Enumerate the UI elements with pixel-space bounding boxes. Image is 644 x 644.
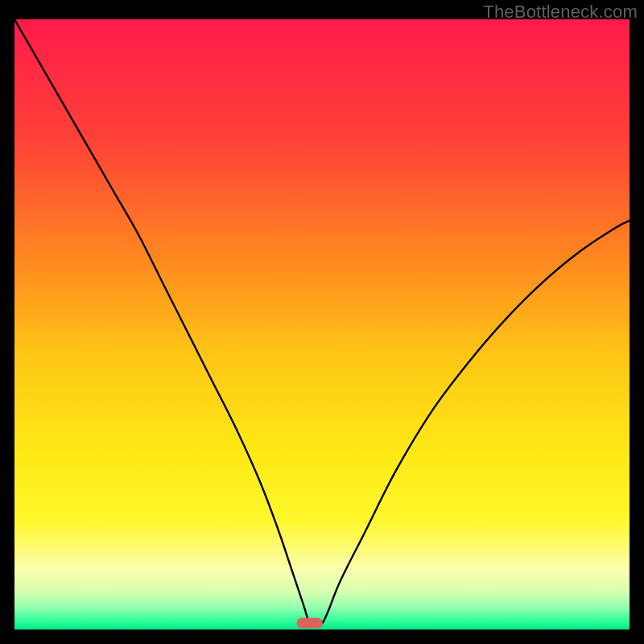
- chart-background: [14, 19, 630, 630]
- watermark-text: TheBottleneck.com: [483, 2, 638, 23]
- marker-pill: [297, 617, 323, 628]
- chart-svg: [14, 19, 630, 630]
- chart-frame: TheBottleneck.com: [0, 0, 644, 644]
- chart-plot-area: [14, 19, 630, 630]
